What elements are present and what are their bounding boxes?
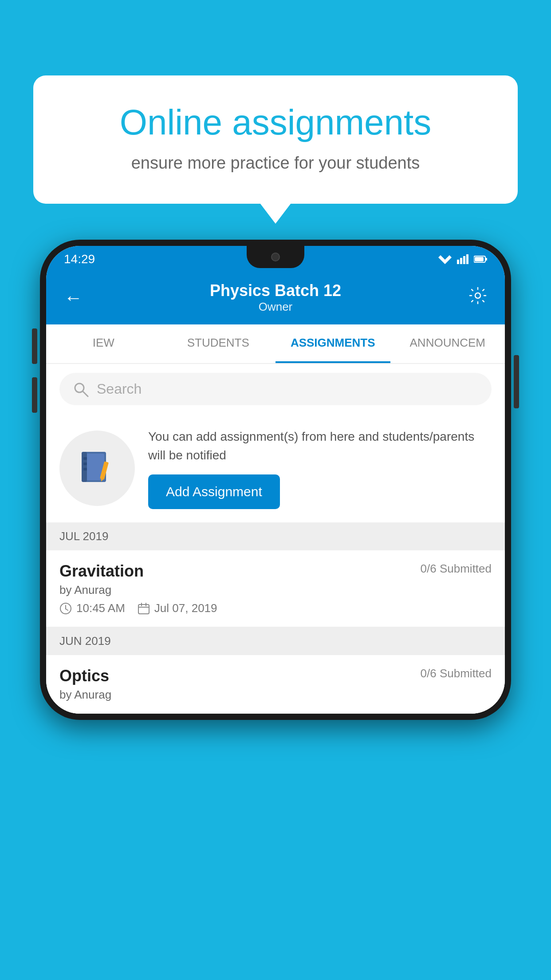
speech-bubble-container: Online assignments ensure more practice … <box>33 75 518 204</box>
promo-icon-circle <box>59 431 135 506</box>
speech-bubble: Online assignments ensure more practice … <box>33 75 518 204</box>
header-title: Physics Batch 12 <box>210 281 341 300</box>
search-box[interactable]: Search <box>59 373 492 405</box>
back-button[interactable]: ← <box>64 287 83 308</box>
tab-students[interactable]: STUDENTS <box>161 324 276 363</box>
optics-name: Optics <box>59 667 109 685</box>
assignment-name: Gravitation <box>59 562 144 581</box>
settings-button[interactable] <box>468 286 487 309</box>
svg-rect-22 <box>138 605 149 614</box>
svg-rect-13 <box>82 452 87 482</box>
speech-bubble-title: Online assignments <box>69 102 482 143</box>
time-value: 10:45 AM <box>76 601 125 615</box>
assignment-top-row: Gravitation 0/6 Submitted <box>59 562 492 581</box>
promo-content: You can add assignment(s) from here and … <box>148 427 492 509</box>
search-icon <box>73 381 89 397</box>
wifi-icon <box>438 254 452 264</box>
promo-section: You can add assignment(s) from here and … <box>46 414 505 522</box>
tab-announcements[interactable]: ANNOUNCEM <box>390 324 505 363</box>
tabs-bar: IEW STUDENTS ASSIGNMENTS ANNOUNCEM <box>46 324 505 364</box>
phone-device: 14:29 <box>40 240 511 720</box>
svg-line-21 <box>66 609 68 610</box>
phone-outer: 14:29 <box>40 240 511 720</box>
svg-rect-14 <box>83 457 87 460</box>
month-label-jun: JUN 2019 <box>59 634 111 648</box>
header-title-group: Physics Batch 12 Owner <box>210 281 341 314</box>
speech-bubble-subtitle: ensure more practice for your students <box>69 154 482 173</box>
camera <box>271 253 280 261</box>
power-button <box>514 355 519 408</box>
month-header-jul: JUL 2019 <box>46 522 505 550</box>
status-icons <box>438 254 487 264</box>
promo-text: You can add assignment(s) from here and … <box>148 427 492 465</box>
status-time: 14:29 <box>64 252 95 266</box>
svg-rect-15 <box>83 462 87 465</box>
search-container: Search <box>46 364 505 414</box>
date-value: Jul 07, 2019 <box>154 601 217 615</box>
notch <box>247 246 304 268</box>
assignment-item-optics[interactable]: Optics 0/6 Submitted by Anurag <box>46 655 505 714</box>
volume-down-button <box>32 377 37 413</box>
svg-line-10 <box>83 391 88 396</box>
battery-icon <box>474 255 487 263</box>
meta-date: Jul 07, 2019 <box>138 601 217 615</box>
clock-icon <box>59 602 72 615</box>
month-label-jul: JUL 2019 <box>59 530 108 543</box>
volume-up-button <box>32 328 37 364</box>
optics-submitted: 0/6 Submitted <box>421 667 492 680</box>
assignment-item-gravitation[interactable]: Gravitation 0/6 Submitted by Anurag 10:4… <box>46 550 505 627</box>
svg-point-8 <box>475 293 480 298</box>
assignment-top-row-optics: Optics 0/6 Submitted <box>59 667 492 685</box>
signal-icon <box>457 254 468 264</box>
optics-by: by Anurag <box>59 688 492 702</box>
tab-assignments[interactable]: ASSIGNMENTS <box>276 324 390 363</box>
meta-time: 10:45 AM <box>59 601 125 615</box>
svg-rect-2 <box>460 258 462 264</box>
tab-iew[interactable]: IEW <box>46 324 161 363</box>
svg-rect-6 <box>485 258 487 261</box>
add-assignment-button[interactable]: Add Assignment <box>148 474 280 509</box>
header-subtitle: Owner <box>210 300 341 314</box>
submitted-badge: 0/6 Submitted <box>421 562 492 576</box>
status-bar: 14:29 <box>46 246 505 273</box>
phone-screen: 14:29 <box>46 246 505 714</box>
svg-rect-1 <box>457 260 459 264</box>
search-placeholder: Search <box>97 381 142 397</box>
assignment-meta: 10:45 AM Jul 07, 2019 <box>59 601 492 615</box>
svg-marker-0 <box>438 255 452 264</box>
app-header: ← Physics Batch 12 Owner <box>46 273 505 324</box>
svg-rect-4 <box>466 254 468 264</box>
svg-rect-7 <box>475 257 484 261</box>
month-header-jun: JUN 2019 <box>46 627 505 655</box>
assignment-by: by Anurag <box>59 583 492 597</box>
svg-rect-16 <box>83 468 87 470</box>
notebook-icon <box>77 448 117 488</box>
calendar-icon <box>138 602 150 615</box>
svg-rect-3 <box>463 256 465 264</box>
